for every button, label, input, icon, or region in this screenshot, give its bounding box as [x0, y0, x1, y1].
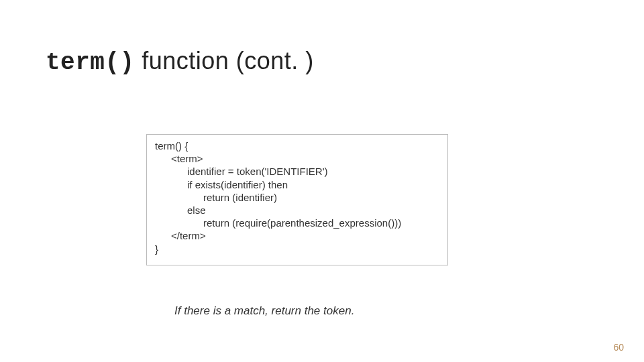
- code-line: if exists(identifier) then: [187, 178, 439, 191]
- page-number: 60: [613, 342, 624, 353]
- title-rest: function (cont. ): [135, 47, 314, 74]
- code-line: term() {: [155, 139, 439, 152]
- code-line: return (identifier): [203, 191, 439, 204]
- code-line: else: [187, 204, 439, 217]
- slide-title: term() function (cont. ): [46, 47, 314, 76]
- code-line: identifier = token('IDENTIFIER'): [187, 165, 439, 178]
- caption: If there is a match, return the token.: [174, 304, 354, 318]
- code-line: </term>: [171, 229, 439, 242]
- title-mono: term(): [46, 49, 135, 76]
- code-box: term() { <term> identifier = token('IDEN…: [146, 134, 448, 265]
- slide: term() function (cont. ) term() { <term>…: [0, 0, 644, 362]
- code-line: }: [155, 243, 439, 255]
- code-line: return (require(parenthesized_expression…: [203, 217, 439, 229]
- code-line: <term>: [171, 152, 439, 165]
